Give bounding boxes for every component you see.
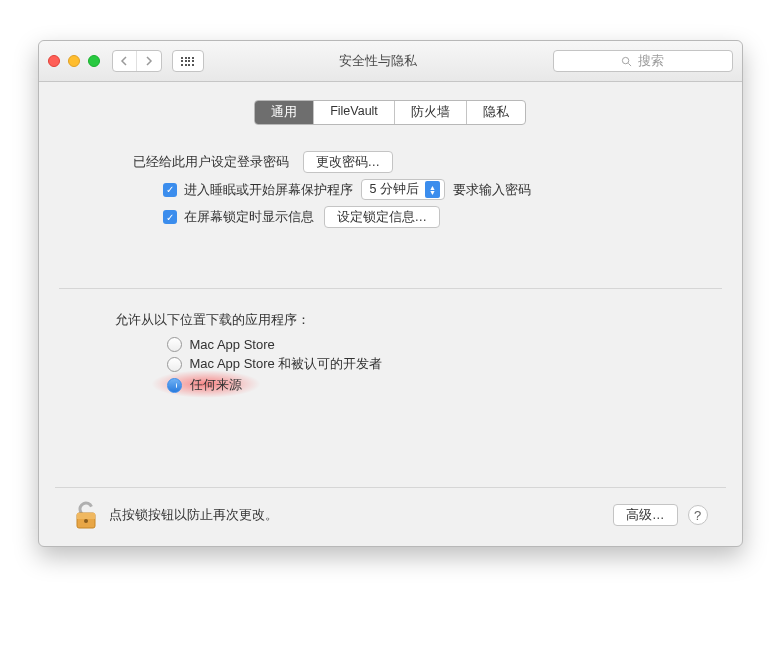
svg-line-1 [628, 63, 631, 66]
search-icon [621, 56, 632, 67]
set-lock-message-button[interactable]: 设定锁定信息… [324, 206, 441, 228]
sleep-delay-select[interactable]: 5 分钟后 ▲▼ [361, 179, 445, 200]
advanced-button[interactable]: 高级… [613, 504, 678, 526]
radio-app-store[interactable] [167, 337, 182, 352]
svg-rect-3 [77, 513, 95, 519]
allow-apps-label: 允许从以下位置下载的应用程序： [115, 311, 722, 329]
search-field[interactable]: 搜索 [553, 50, 733, 72]
svg-point-0 [622, 57, 628, 63]
sleep-suffix-label: 要求输入密码 [453, 181, 531, 199]
radio-label-app-store: Mac App Store [190, 337, 275, 352]
show-all-button[interactable] [172, 50, 204, 72]
tab-firewall[interactable]: 防火墙 [395, 101, 467, 124]
general-panel: 已经给此用户设定登录密码 更改密码… ✓ 进入睡眠或开始屏幕保护程序 5 分钟后… [55, 151, 726, 407]
search-placeholder: 搜索 [638, 52, 664, 70]
close-button[interactable] [48, 55, 60, 67]
tab-group: 通用 FileVault 防火墙 隐私 [55, 100, 726, 125]
select-caret-icon: ▲▼ [425, 181, 440, 198]
tab-filevault[interactable]: FileVault [314, 101, 395, 124]
content-area: 通用 FileVault 防火墙 隐私 已经给此用户设定登录密码 更改密码… ✓… [39, 82, 742, 546]
radio-anywhere[interactable] [167, 378, 182, 393]
minimize-button[interactable] [68, 55, 80, 67]
forward-button[interactable] [137, 51, 161, 71]
tab-general[interactable]: 通用 [255, 101, 314, 124]
lock-icon[interactable] [73, 500, 99, 530]
tab-privacy[interactable]: 隐私 [467, 101, 525, 124]
divider [59, 288, 722, 289]
radio-identified-developers[interactable] [167, 357, 182, 372]
nav-group [112, 50, 204, 72]
radio-label-identified: Mac App Store 和被认可的开发者 [190, 355, 383, 373]
preferences-window: 安全性与隐私 搜索 通用 FileVault 防火墙 隐私 已经给此用户设定登录… [38, 40, 743, 547]
sleep-checkbox[interactable]: ✓ [163, 183, 177, 197]
toolbar: 安全性与隐私 搜索 [39, 41, 742, 82]
lock-text: 点按锁按钮以防止再次更改。 [109, 506, 278, 524]
lock-message-checkbox-label: 在屏幕锁定时显示信息 [184, 208, 314, 226]
back-forward [112, 50, 162, 72]
traffic-lights [48, 55, 100, 67]
help-button[interactable]: ? [688, 505, 708, 525]
zoom-button[interactable] [88, 55, 100, 67]
change-password-button[interactable]: 更改密码… [303, 151, 394, 173]
back-button[interactable] [113, 51, 137, 71]
lock-message-checkbox[interactable]: ✓ [163, 210, 177, 224]
window-title: 安全性与隐私 [204, 52, 553, 70]
bottom-bar: 点按锁按钮以防止再次更改。 高级… ? [55, 487, 726, 546]
allow-apps-radio-group: Mac App Store Mac App Store 和被认可的开发者 任何来… [167, 337, 722, 394]
password-set-label: 已经给此用户设定登录密码 [133, 153, 289, 171]
sleep-checkbox-label: 进入睡眠或开始屏幕保护程序 [184, 181, 353, 199]
svg-point-4 [84, 519, 88, 523]
radio-label-anywhere: 任何来源 [190, 376, 242, 394]
